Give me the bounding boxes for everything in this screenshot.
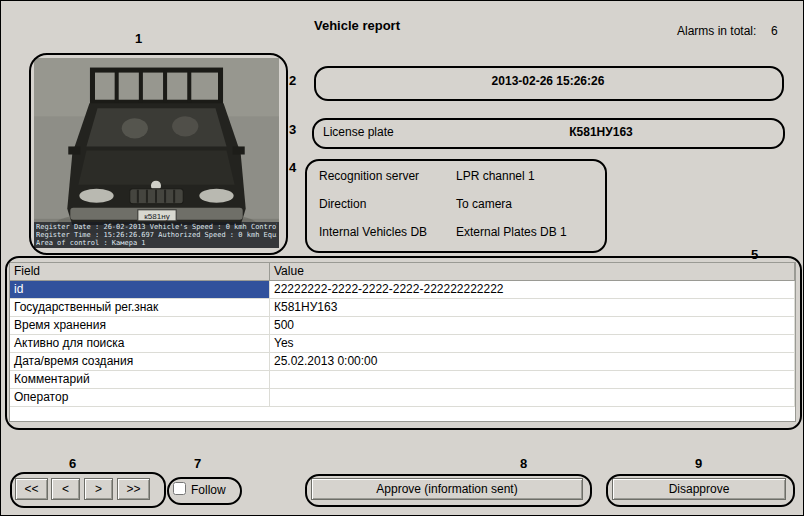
recognition-server-value: LPR channel 1 <box>456 169 535 183</box>
annotation-number-4: 4 <box>289 160 296 175</box>
table-cell-value[interactable]: Yes <box>270 335 795 353</box>
table-cell-field[interactable]: Время хранения <box>10 317 270 335</box>
alarms-total-label: Alarms in total: <box>677 24 756 38</box>
annotation-number-5: 5 <box>751 247 758 262</box>
column-header-field[interactable]: Field <box>10 263 270 281</box>
table-cell-value[interactable] <box>270 371 795 389</box>
license-plate-value: К581НУ163 <box>451 125 751 139</box>
next-record-button[interactable]: > <box>84 478 113 500</box>
last-record-button[interactable]: >> <box>117 478 150 500</box>
table-cell-value[interactable]: 500 <box>270 317 795 335</box>
photo-overlay-line-1: Register Date : 26-02-2013 Vehicle's Spe… <box>36 223 277 231</box>
table-row-storage-time[interactable]: Время хранения 500 <box>10 317 795 335</box>
photo-overlay-line-3: Area of control : Камера 1 <box>36 239 277 247</box>
direction-value: To camera <box>456 197 512 211</box>
previous-record-button[interactable]: < <box>51 478 80 500</box>
page-title: Vehicle report <box>314 18 400 33</box>
vehicle-properties-table: Field Value id 22222222-2222-2222-2222-2… <box>9 262 796 422</box>
annotation-number-1: 1 <box>135 31 142 46</box>
vehicle-photo-image: к581ну <box>34 58 279 248</box>
table-row-comment[interactable]: Комментарий <box>10 371 795 389</box>
internal-db-label: Internal Vehicles DB <box>319 225 427 239</box>
table-row-active-for-search[interactable]: Активно для поиска Yes <box>10 335 795 353</box>
disapprove-button[interactable]: Disapprove <box>612 478 786 500</box>
table-row-operator[interactable]: Оператор <box>10 389 795 407</box>
approve-button[interactable]: Approve (information sent) <box>311 478 583 500</box>
table-cell-field[interactable]: Комментарий <box>10 371 270 389</box>
table-cell-value[interactable]: 25.02.2013 0:00:00 <box>270 353 795 371</box>
table-cell-value[interactable]: К581НУ163 <box>270 299 795 317</box>
annotation-number-2: 2 <box>289 73 296 88</box>
license-plate-label: License plate <box>323 125 394 139</box>
vehicle-photo: к581ну Register Date : 26-02-2013 Vehicl… <box>34 58 279 248</box>
first-record-button[interactable]: << <box>15 478 48 500</box>
column-header-value[interactable]: Value <box>270 263 795 281</box>
internal-db-value: External Plates DB 1 <box>456 225 567 239</box>
annotation-number-7: 7 <box>194 456 201 471</box>
vehicle-report-window: Vehicle report Alarms in total: 6 <box>0 0 804 516</box>
table-cell-value[interactable] <box>270 389 795 407</box>
direction-label: Direction <box>319 197 366 211</box>
table-row-creation-date[interactable]: Дата/время создания 25.02.2013 0:00:00 <box>10 353 795 371</box>
follow-checkbox[interactable] <box>173 482 186 495</box>
photo-license-plate: к581ну <box>144 212 169 221</box>
table-cell-field[interactable]: Активно для поиска <box>10 335 270 353</box>
annotation-number-6: 6 <box>69 456 76 471</box>
table-header: Field Value <box>10 263 795 281</box>
table-cell-field[interactable]: id <box>10 281 270 299</box>
table-cell-value[interactable]: 22222222-2222-2222-2222-222222222222 <box>270 281 795 299</box>
alarms-total-count: 6 <box>771 24 778 38</box>
photo-overlay-text: Register Date : 26-02-2013 Vehicle's Spe… <box>34 222 279 248</box>
table-cell-field[interactable]: Оператор <box>10 389 270 407</box>
table-cell-field[interactable]: Дата/время создания <box>10 353 270 371</box>
recognition-server-label: Recognition server <box>319 169 419 183</box>
annotation-number-9: 9 <box>695 456 702 471</box>
annotation-number-8: 8 <box>520 456 527 471</box>
annotation-number-3: 3 <box>289 122 296 137</box>
table-row-reg-number[interactable]: Государственный рег.знак К581НУ163 <box>10 299 795 317</box>
table-row-id[interactable]: id 22222222-2222-2222-2222-222222222222 <box>10 281 795 299</box>
table-cell-field[interactable]: Государственный рег.знак <box>10 299 270 317</box>
follow-label[interactable]: Follow <box>191 483 226 497</box>
capture-timestamp: 2013-02-26 15:26:26 <box>314 66 782 97</box>
photo-overlay-line-2: Register Time : 15:26:26.697 Authorized … <box>36 231 277 239</box>
